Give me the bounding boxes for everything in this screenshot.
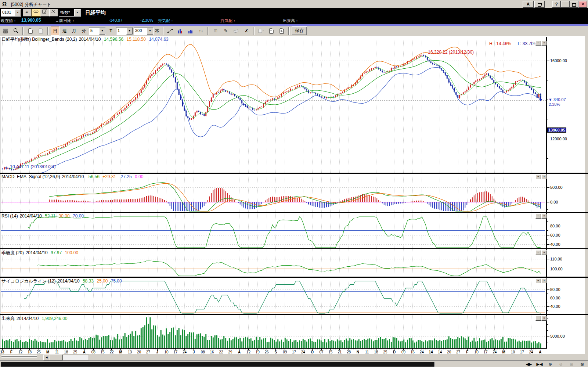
panel-close-button[interactable]: ×: [541, 174, 547, 179]
scroll-left-button[interactable]: ◀: [43, 355, 50, 360]
grid-icon[interactable]: ⊞: [211, 26, 220, 36]
rsi-panel-header: RSI (14)2014/04/10 52.11 30.00 70.00: [1, 213, 86, 219]
chevron-down-icon[interactable]: ▼: [99, 28, 105, 35]
psychological-date: 2014/04/10: [58, 278, 80, 284]
pan-in-icon[interactable]: ▶◀: [535, 361, 544, 367]
layout-select-icon[interactable]: [256, 26, 266, 36]
zoom-in-icon[interactable]: ⊕: [546, 361, 555, 367]
divider: [253, 27, 255, 35]
scrollbar-thumb[interactable]: [50, 355, 63, 360]
minute-span-select[interactable]: 5▼: [89, 27, 106, 35]
svg-text:S: S: [275, 350, 277, 354]
close-panel-icon[interactable]: ⊠: [578, 361, 587, 367]
updown-arrows-icon[interactable]: ↑↓: [196, 26, 206, 36]
period-month-button[interactable]: 月: [70, 26, 79, 36]
peak-annotation: ← 16,320.22 (2013/12/30): [422, 50, 474, 55]
font-button[interactable]: A: [523, 1, 534, 8]
copy-icon[interactable]: [534, 1, 545, 8]
rsi-low-ref: 30.00: [59, 213, 70, 219]
bar-chart-blue-icon[interactable]: [176, 26, 185, 36]
psychological-panel-controls: −×: [535, 278, 547, 283]
new-page-icon[interactable]: [26, 26, 35, 36]
panel-close-button[interactable]: ×: [541, 316, 547, 321]
trendline-icon[interactable]: [165, 26, 175, 36]
delete-all-icon[interactable]: ✗: [242, 26, 251, 36]
rsi-value: 52.11: [45, 213, 55, 219]
pencil-icon[interactable]: ✎: [221, 26, 231, 36]
panel-minimize-button[interactable]: −: [535, 214, 541, 219]
resize-grip[interactable]: [1, 355, 37, 359]
bar-count-select[interactable]: 300▼: [134, 27, 154, 35]
category-value: 指数*: [60, 10, 70, 15]
chart-toolbar: 日 週 月 分 5▼ T 1▼ 300▼ 本 ↑↓ ⊞ ✎ ✗ 保存: [0, 26, 588, 36]
chart-canvas[interactable]: 16000.0012000.00500.000.0080.0060.0040.0…: [0, 36, 588, 354]
page-copy-icon[interactable]: [36, 26, 46, 36]
eraser-icon[interactable]: [231, 26, 241, 36]
edit-chart-icon[interactable]: [40, 9, 49, 17]
zoom-out-icon[interactable]: ⊖: [556, 361, 565, 367]
app-icon: Ω: [2, 0, 7, 7]
svg-text:5000.00: 5000.00: [550, 334, 565, 338]
period-week-button[interactable]: 週: [60, 26, 69, 36]
category-select[interactable]: 指数*▼: [59, 9, 81, 17]
panel-minimize-button[interactable]: −: [535, 316, 541, 321]
svg-text:A: A: [238, 350, 241, 354]
zero-value: 0.00: [135, 174, 143, 179]
save-button[interactable]: 保存: [292, 26, 307, 35]
volume-panel-header: 出来高2014/04/10 1,909,246.00: [1, 316, 69, 322]
tick-button[interactable]: T: [107, 26, 115, 36]
symbol-code-select[interactable]: 0101▼: [1, 9, 21, 17]
chevron-down-icon[interactable]: ▼: [15, 9, 21, 16]
svg-text:M: M: [502, 350, 505, 354]
grid-toggle-icon[interactable]: ⊞: [567, 361, 576, 367]
svg-text:28: 28: [347, 350, 351, 354]
current-price-value: 13,960.05: [21, 18, 41, 23]
bar-chart-small-icon[interactable]: [186, 26, 195, 36]
restore-icon[interactable]: [570, 1, 578, 8]
boll-mid-value: 14,596.56: [104, 37, 123, 42]
tick-span-select[interactable]: 1▼: [116, 27, 133, 35]
chevron-down-icon[interactable]: ▼: [147, 28, 153, 35]
binoculars-icon[interactable]: [32, 9, 40, 17]
panel-close-button[interactable]: ×: [541, 41, 547, 46]
close-button[interactable]: ×: [578, 1, 587, 8]
trendline-delete-icon[interactable]: [49, 9, 58, 17]
svg-text:M: M: [119, 350, 122, 354]
divider: [288, 27, 290, 35]
svg-text:10: 10: [511, 350, 515, 354]
layout-save-icon[interactable]: [267, 26, 276, 36]
svg-text:A: A: [539, 350, 541, 354]
bar-count-value: 300: [135, 28, 142, 33]
panel-minimize-button[interactable]: −: [535, 278, 541, 283]
panel-minimize-button[interactable]: −: [535, 250, 541, 255]
chevron-down-icon[interactable]: ▼: [74, 9, 80, 16]
pan-out-icon[interactable]: ◀▶: [524, 361, 533, 367]
period-minute-button[interactable]: 分: [79, 26, 88, 36]
minimize-button[interactable]: _: [561, 1, 570, 8]
svg-text:14: 14: [429, 350, 433, 354]
panel-close-button[interactable]: ×: [541, 214, 547, 219]
svg-text:60.00: 60.00: [550, 233, 560, 237]
svg-text:D: D: [393, 350, 396, 354]
zoom-icon[interactable]: [11, 26, 21, 36]
layout-load-icon[interactable]: [277, 26, 286, 36]
panel-minimize-button[interactable]: −: [535, 174, 541, 179]
svg-text:18: 18: [374, 350, 378, 354]
svg-text:09: 09: [401, 350, 406, 354]
chevron-down-icon[interactable]: ▼: [126, 28, 133, 35]
high-pct: H: -14.46%: [489, 41, 511, 46]
svg-text:24: 24: [529, 350, 534, 354]
enter-button[interactable]: ↵: [23, 9, 32, 17]
svg-text:0.00: 0.00: [550, 200, 558, 204]
svg-text:11: 11: [55, 350, 59, 354]
svg-text:M: M: [46, 350, 49, 354]
help-button[interactable]: ?: [552, 1, 561, 8]
period-day-button[interactable]: 日: [51, 26, 59, 36]
panel-close-button[interactable]: ×: [541, 250, 547, 255]
svg-text:110.00: 110.00: [550, 257, 562, 261]
panel-minimize-button[interactable]: −: [535, 41, 541, 46]
tick-span-value: 1: [118, 28, 120, 33]
print-icon[interactable]: [1, 26, 10, 36]
panel-close-button[interactable]: ×: [541, 278, 547, 283]
psychological-value: 58.33: [83, 278, 94, 284]
